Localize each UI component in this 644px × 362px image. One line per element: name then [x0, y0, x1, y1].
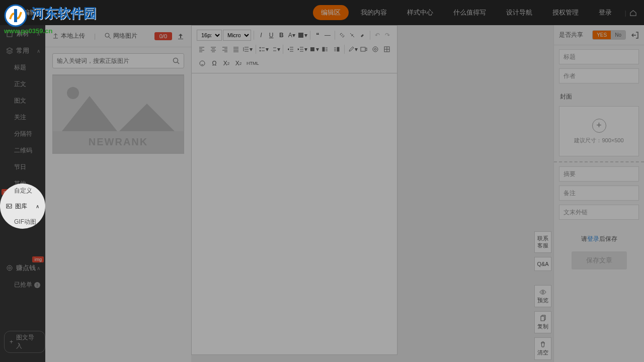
nav-mine[interactable]: 我的内容 [353, 5, 395, 20]
qa-button[interactable]: Q&A [534, 257, 551, 271]
align-left-button[interactable] [197, 44, 207, 55]
share-label: 是否共享 [559, 31, 583, 39]
search-icon[interactable] [173, 57, 180, 64]
align-justify-button[interactable] [231, 44, 242, 55]
font-color-button[interactable]: A▾ [287, 30, 296, 41]
image-placeholder-icon [53, 76, 184, 131]
sidebar-item-qrcode[interactable]: 二维码 [0, 142, 45, 159]
quote-button[interactable]: ❝ [313, 30, 322, 41]
svg-point-18 [374, 48, 376, 50]
svg-point-17 [373, 47, 378, 52]
author-input[interactable]: 作者 [559, 68, 639, 83]
sidebar-common[interactable]: 常用∧ [0, 42, 45, 59]
hr-button[interactable]: — [323, 30, 332, 41]
plus-circle-icon: + [592, 119, 606, 133]
line-height-button[interactable]: ▾ [243, 44, 253, 55]
redo-button[interactable]: ↷ [383, 30, 392, 41]
sidebar-item-grabbed[interactable]: 已抢单! [0, 277, 45, 293]
editor-area: 16px Microsoft I U B A▾ ▾ ❝ — ↶ ↷ ▾ [191, 25, 553, 362]
emoji-button[interactable] [197, 58, 208, 69]
outdent-button[interactable] [286, 44, 296, 55]
ol-button[interactable]: ▾ [270, 44, 280, 55]
float-right-button[interactable] [332, 44, 342, 55]
link-button[interactable] [338, 30, 347, 41]
sidebar-item-body[interactable]: 正文 [0, 76, 45, 93]
nav-style[interactable]: 样式中心 [399, 5, 441, 20]
letter-spacing-button[interactable]: ▾ [308, 44, 319, 55]
subscript-button[interactable]: X2 [233, 58, 244, 69]
external-link-input[interactable]: 文末外链 [559, 205, 639, 220]
italic-button[interactable]: I [257, 30, 266, 41]
font-family-select[interactable]: Microsoft [223, 30, 251, 41]
unlink-button[interactable] [348, 30, 357, 41]
tab-web-image[interactable]: 网络图片 [105, 32, 137, 40]
cover-upload[interactable]: + 建议尺寸：900×500 [559, 106, 639, 156]
trash-icon [539, 341, 546, 348]
sidebar-item-follow[interactable]: 关注 [0, 109, 45, 126]
eyedropper-button[interactable]: ▾ [347, 44, 358, 55]
save-button[interactable]: 保存文章 [572, 251, 627, 269]
svg-point-8 [105, 33, 109, 37]
undo-button[interactable]: ↶ [373, 30, 382, 41]
align-center-button[interactable] [208, 44, 219, 55]
bg-color-button[interactable]: ▾ [297, 30, 307, 41]
sidebar-item-separator[interactable]: 分隔符 [0, 126, 45, 142]
sidebar-hotspot[interactable]: img 赚点钱∧ [0, 259, 45, 277]
toggle-yes[interactable]: YES [593, 31, 611, 39]
clear-button[interactable]: 清空 [534, 337, 551, 359]
exit-icon[interactable] [631, 31, 639, 39]
sidebar-gallery[interactable]: 图库∧ [0, 199, 45, 214]
sidebar-item-title[interactable]: 标题 [0, 59, 45, 76]
nav-auth[interactable]: 授权管理 [544, 5, 587, 20]
contact-button[interactable]: 联系 客服 [534, 231, 551, 253]
layers-icon [6, 47, 13, 54]
upload-button-icon[interactable] [177, 33, 184, 40]
top-bar: 新榜编辑器 工具 · 新中产 编辑区 我的内容 样式中心 什么值得写 设计导航 … [0, 0, 644, 25]
table-button[interactable] [381, 44, 392, 55]
login-link[interactable]: 登录 [587, 235, 599, 242]
image-thumbnail[interactable]: NEWRANK [52, 74, 184, 154]
svg-rect-15 [337, 47, 339, 51]
indent-button[interactable]: ▾ [297, 44, 308, 55]
editor-canvas[interactable] [191, 73, 397, 355]
float-left-button[interactable] [320, 44, 331, 55]
svg-rect-2 [7, 31, 12, 37]
svg-rect-14 [323, 47, 325, 51]
audio-button[interactable] [370, 44, 381, 55]
svg-rect-10 [298, 33, 303, 38]
video-button[interactable] [359, 44, 369, 55]
import-button[interactable]: + 图文导入 [4, 331, 45, 353]
nav-design[interactable]: 设计导航 [498, 5, 540, 20]
share-toggle[interactable]: YES No [592, 30, 626, 40]
sidebar-item-imgtxt[interactable]: 图文 [0, 93, 45, 109]
nav-worth[interactable]: 什么值得写 [445, 5, 494, 20]
sidebar-item-custom[interactable]: 自定义 [0, 183, 45, 199]
copy-button[interactable]: 复制 [534, 311, 551, 333]
svg-point-21 [542, 291, 544, 293]
svg-point-5 [9, 267, 11, 269]
sidebar-item-festival[interactable]: 节日 [0, 159, 45, 175]
font-size-select[interactable]: 16px [197, 30, 222, 41]
toggle-no[interactable]: No [611, 31, 625, 39]
summary-input[interactable]: 摘要 [559, 166, 639, 182]
brush-button[interactable] [358, 30, 367, 41]
html-button[interactable]: HTML [245, 58, 261, 69]
underline-button[interactable]: U [267, 30, 276, 41]
note-input[interactable]: 备注 [559, 186, 639, 201]
ul-button[interactable]: ▾ [258, 44, 269, 55]
sidebar-material[interactable]: 素材∧ [0, 25, 45, 42]
preview-button[interactable]: 预览 [534, 285, 551, 307]
nav-login[interactable]: 登录 [591, 5, 620, 20]
home-icon[interactable] [629, 9, 637, 17]
superscript-button[interactable]: X2 [221, 58, 232, 69]
bold-button[interactable]: B [277, 30, 286, 41]
img-badge: img [32, 256, 44, 262]
nav-edit[interactable]: 编辑区 [313, 5, 349, 20]
sidebar-item-gif[interactable]: GIF动图 [0, 214, 45, 230]
tab-local-upload[interactable]: 本地上传 [52, 32, 85, 40]
symbol-button[interactable]: Ω [209, 58, 220, 69]
align-right-button[interactable] [219, 44, 230, 55]
search-icon [105, 33, 111, 39]
title-input[interactable]: 标题 [559, 49, 639, 64]
search-input[interactable] [57, 57, 173, 64]
